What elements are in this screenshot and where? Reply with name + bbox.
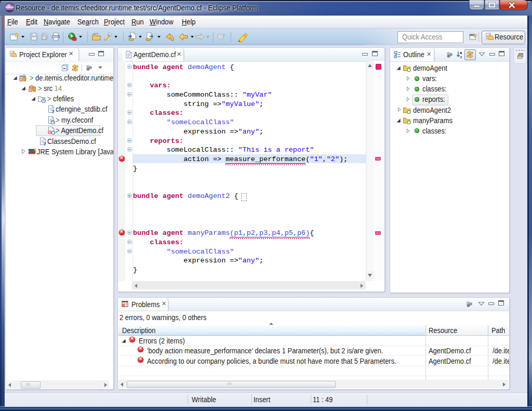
svg-text:?: ? (43, 141, 46, 146)
svg-text:?: ? (51, 109, 55, 114)
